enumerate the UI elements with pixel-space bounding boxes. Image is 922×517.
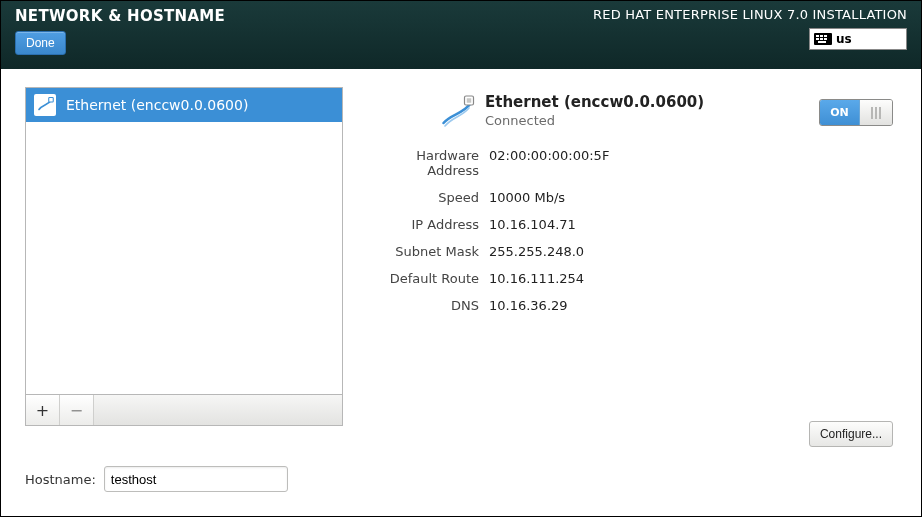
remove-device-button[interactable]: − <box>60 395 94 425</box>
connection-status: Connected <box>485 113 704 128</box>
ip-address-value: 10.16.104.71 <box>489 217 576 232</box>
device-list-item-label: Ethernet (enccw0.0.0600) <box>66 97 248 113</box>
ethernet-icon <box>34 94 56 116</box>
header-bar: NETWORK & HOSTNAME Done RED HAT ENTERPRI… <box>1 1 921 69</box>
device-list-toolbar: + − <box>25 395 343 426</box>
page-title: NETWORK & HOSTNAME <box>15 7 225 25</box>
keyboard-icon <box>814 33 832 45</box>
connection-name: Ethernet (enccw0.0.0600) <box>485 93 704 111</box>
ip-address-label: IP Address <box>361 217 489 232</box>
default-route-value: 10.16.111.254 <box>489 271 584 286</box>
speed-value: 10000 Mb/s <box>489 190 565 205</box>
dns-value: 10.16.36.29 <box>489 298 568 313</box>
svg-rect-2 <box>467 98 472 103</box>
ethernet-icon <box>439 93 475 132</box>
installer-title: RED HAT ENTERPRISE LINUX 7.0 INSTALLATIO… <box>593 7 907 22</box>
keyboard-layout-indicator[interactable]: us <box>809 28 907 50</box>
svg-rect-0 <box>49 98 54 103</box>
keyboard-layout-label: us <box>836 32 852 46</box>
subnet-mask-value: 255.255.248.0 <box>489 244 584 259</box>
add-device-button[interactable]: + <box>26 395 60 425</box>
done-button[interactable]: Done <box>15 31 66 55</box>
hw-address-value: 02:00:00:00:00:5F <box>489 148 609 178</box>
connection-details: Hardware Address 02:00:00:00:00:5F Speed… <box>361 148 691 313</box>
device-list[interactable]: Ethernet (enccw0.0.0600) <box>25 87 343 395</box>
hw-address-label: Hardware Address <box>361 148 489 178</box>
dns-label: DNS <box>361 298 489 313</box>
toggle-knob-icon <box>860 100 892 125</box>
subnet-mask-label: Subnet Mask <box>361 244 489 259</box>
device-list-item[interactable]: Ethernet (enccw0.0.0600) <box>26 88 342 122</box>
default-route-label: Default Route <box>361 271 489 286</box>
speed-label: Speed <box>361 190 489 205</box>
hostname-label: Hostname: <box>25 472 96 487</box>
configure-button[interactable]: Configure... <box>809 421 893 447</box>
toggle-on-label: ON <box>820 100 860 125</box>
hostname-input[interactable] <box>104 466 288 492</box>
connection-toggle[interactable]: ON <box>819 99 893 126</box>
